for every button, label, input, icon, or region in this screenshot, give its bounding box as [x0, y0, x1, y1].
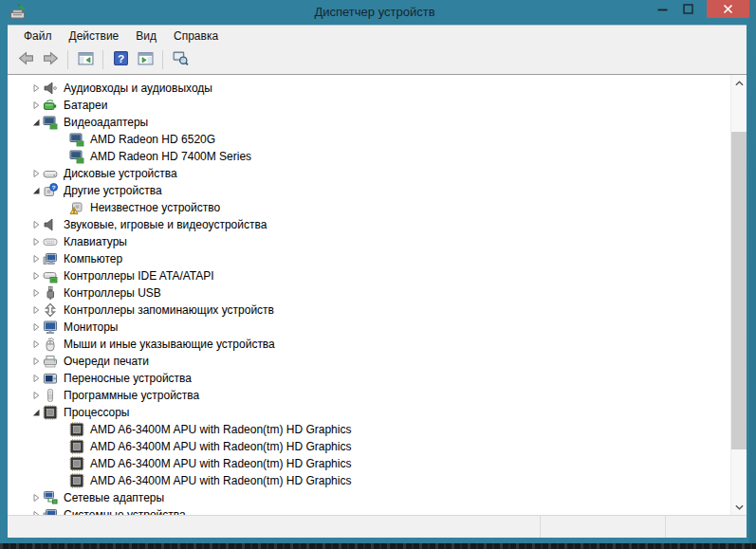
expander-collapsed-icon[interactable]	[29, 99, 43, 112]
minimize-button[interactable]	[650, 0, 675, 18]
help-icon: ?	[113, 50, 129, 69]
show-action-pane-button[interactable]	[134, 48, 157, 71]
tree-item[interactable]: AMD A6-3400M APU with Radeon(tm) HD Grap…	[8, 438, 747, 455]
tree-item[interactable]: Мониторы	[8, 319, 747, 336]
scroll-down-button[interactable]	[731, 499, 747, 515]
tree-item[interactable]: Звуковые, игровые и видеоустройства	[8, 216, 747, 233]
printer-icon	[43, 354, 58, 369]
tree-item-label: Системные устройства	[64, 508, 186, 515]
tree-item[interactable]: Контроллеры запоминающих устройств	[8, 302, 747, 319]
expander-expanded-icon[interactable]	[29, 116, 43, 129]
status-section	[541, 516, 666, 538]
tree-item-label: Мониторы	[64, 320, 118, 334]
tree-item[interactable]: Очереди печати	[8, 353, 747, 370]
expander-collapsed-icon[interactable]	[29, 252, 43, 265]
expander-collapsed-icon[interactable]	[29, 508, 43, 515]
expander-collapsed-icon[interactable]	[29, 355, 43, 368]
tree-item[interactable]: Переносные устройства	[8, 370, 747, 387]
expander-collapsed-icon[interactable]	[29, 286, 43, 300]
tree-item[interactable]: ?Другие устройства	[8, 182, 747, 199]
keyboard-icon	[43, 234, 58, 249]
expander-collapsed-icon[interactable]	[29, 235, 43, 248]
expander-expanded-icon[interactable]	[29, 406, 43, 419]
tree-item[interactable]: Системные устройства	[8, 506, 747, 515]
computer-icon	[43, 251, 58, 266]
close-button[interactable]	[707, 0, 749, 18]
tree-item[interactable]: Клавиатуры	[8, 233, 747, 250]
tree-item[interactable]: Видеоадаптеры	[8, 114, 747, 131]
expander-expanded-icon[interactable]	[29, 184, 43, 197]
forward-button[interactable]	[39, 48, 62, 71]
tree-item[interactable]: Процессоры	[8, 404, 747, 421]
tree-item-label: Батареи	[64, 99, 107, 112]
expander-collapsed-icon[interactable]	[29, 167, 43, 180]
window-client-area: ФайлДействиеВидСправка ? Аудиовходы и ау…	[8, 25, 747, 538]
tree-item[interactable]: AMD Radeon HD 7400M Series	[8, 148, 747, 165]
tree-item-label: AMD A6-3400M APU with Radeon(tm) HD Grap…	[90, 440, 351, 453]
tree-item[interactable]: AMD Radeon HD 6520G	[8, 131, 747, 148]
console-tree-icon	[78, 50, 94, 69]
back-button[interactable]	[14, 48, 37, 71]
monitor-icon	[43, 320, 58, 335]
help-button[interactable]: ?	[109, 48, 132, 71]
maximize-button[interactable]	[675, 0, 701, 18]
audio-device-icon	[43, 81, 58, 96]
expander-collapsed-icon[interactable]	[29, 218, 43, 231]
tree-item-label: AMD A6-3400M APU with Radeon(tm) HD Grap…	[90, 457, 351, 470]
scan-hardware-changes-button[interactable]	[169, 48, 192, 71]
tree-item-label: Мыши и иные указывающие устройства	[64, 338, 275, 351]
expander-collapsed-icon[interactable]	[29, 82, 43, 95]
tree-item-label: Дисковые устройства	[64, 167, 177, 180]
tree-item[interactable]: Компьютер	[8, 250, 747, 267]
tree-item[interactable]: Аудиовходы и аудиовыходы	[8, 80, 747, 97]
scroll-up-button[interactable]	[731, 75, 747, 91]
tree-item-label: AMD Radeon HD 6520G	[90, 133, 215, 146]
svg-text:?: ?	[52, 185, 56, 191]
tree-item-label: AMD A6-3400M APU with Radeon(tm) HD Grap…	[90, 423, 351, 436]
minimize-icon	[657, 5, 668, 14]
menu-item[interactable]: Действие	[61, 27, 128, 45]
tree-item[interactable]: Мыши и иные указывающие устройства	[8, 336, 747, 353]
video-adapter-icon	[69, 132, 84, 147]
tree-item[interactable]: Контроллеры USB	[8, 284, 747, 302]
tree-item[interactable]: Дисковые устройства	[8, 165, 747, 182]
menu-item[interactable]: Справка	[165, 27, 227, 45]
vertical-scrollbar[interactable]	[730, 75, 747, 515]
ide-controller-icon	[43, 268, 58, 284]
expander-collapsed-icon[interactable]	[29, 491, 43, 504]
expander-collapsed-icon[interactable]	[29, 372, 43, 385]
scrollbar-track[interactable]	[731, 91, 747, 499]
usb-controller-icon	[43, 285, 58, 301]
scroll-thumb[interactable]	[731, 132, 747, 449]
tree-item[interactable]: AMD A6-3400M APU with Radeon(tm) HD Grap…	[8, 421, 747, 438]
maximize-icon	[683, 4, 693, 14]
expander-collapsed-icon[interactable]	[29, 269, 43, 283]
tree-item-label: Аудиовходы и аудиовыходы	[64, 82, 212, 95]
tree-item[interactable]: Сетевые адаптеры	[8, 489, 747, 506]
menu-item[interactable]: Файл	[15, 27, 61, 45]
unknown-device-warning-icon	[69, 200, 84, 215]
tree-item[interactable]: Программные устройства	[8, 387, 747, 404]
mouse-icon	[43, 337, 58, 352]
tree-item[interactable]: Контроллеры IDE ATA/ATAPI	[8, 267, 747, 284]
tree-item[interactable]: Неизвестное устройство	[8, 199, 747, 216]
processor-icon	[69, 439, 84, 454]
forward-arrow-icon	[43, 50, 59, 69]
expander-collapsed-icon[interactable]	[29, 320, 43, 334]
processor-icon	[43, 405, 58, 420]
show-console-tree-button[interactable]	[74, 48, 97, 71]
expander-collapsed-icon[interactable]	[29, 303, 43, 317]
tree-item[interactable]: AMD A6-3400M APU with Radeon(tm) HD Grap…	[8, 472, 747, 489]
video-adapter-icon	[43, 115, 58, 130]
tree-item[interactable]: AMD A6-3400M APU with Radeon(tm) HD Grap…	[8, 455, 747, 472]
device-manager-window: Диспетчер устройств ФайлДействиеВидСправ…	[0, 0, 749, 544]
expander-collapsed-icon[interactable]	[29, 338, 43, 351]
menu-item[interactable]: Вид	[127, 27, 165, 45]
close-icon	[723, 4, 733, 14]
status-section	[8, 516, 541, 538]
caption-buttons	[650, 0, 749, 18]
tree-item[interactable]: Батареи	[8, 97, 747, 114]
titlebar[interactable]: Диспетчер устройств	[0, 0, 749, 25]
expander-collapsed-icon[interactable]	[29, 389, 43, 402]
tree-item-label: AMD Radeon HD 7400M Series	[90, 150, 251, 163]
